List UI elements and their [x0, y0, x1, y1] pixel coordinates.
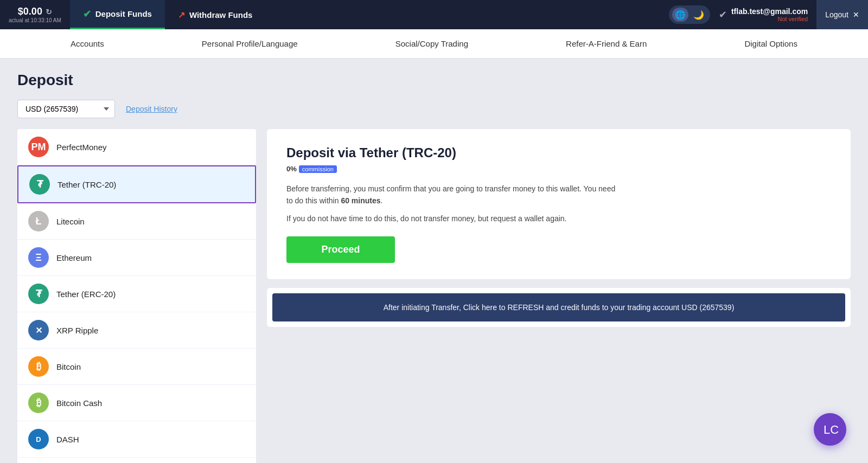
balance-display: $0.00 ↻ actual at 10:33:10 AM	[0, 6, 70, 23]
content-row: PM PerfectMoney ₮ Tether (TRC-20) Ł Lite…	[17, 129, 851, 463]
tether-erc-icon: ₮	[28, 284, 49, 304]
commission-label: commission	[299, 165, 337, 173]
commission-pct: 0%	[286, 165, 297, 173]
perfect-money-label: PerfectMoney	[56, 143, 107, 152]
xrp-icon: ✕	[28, 320, 49, 340]
withdraw-funds-label: Withdraw Funds	[189, 10, 253, 20]
sidebar-item-tether-erc20[interactable]: ₮ Tether (ERC-20)	[17, 276, 256, 312]
light-theme-btn[interactable]: 🌐	[672, 8, 688, 22]
account-selector[interactable]: USD (2657539)	[17, 100, 115, 118]
ethereum-label: Ethereum	[56, 253, 92, 262]
litecoin-label: Litecoin	[56, 217, 85, 226]
logout-button[interactable]: Logout ✕	[816, 0, 868, 29]
sidebar-item-dash[interactable]: D DASH	[17, 421, 256, 458]
proceed-button[interactable]: Proceed	[286, 236, 395, 263]
refresh-icon[interactable]: ↻	[46, 8, 52, 16]
user-email: tflab.test@gmail.com	[731, 7, 808, 16]
verified-check-icon: ✔	[719, 9, 727, 21]
nav-digital-options[interactable]: Digital Options	[733, 29, 808, 58]
deposit-info-note: If you do not have time to do this, do n…	[286, 213, 623, 224]
chat-fab-button[interactable]: LC	[814, 413, 846, 446]
withdraw-arrow-icon: ↗	[178, 10, 185, 20]
bitcoin-cash-label: Bitcoin Cash	[56, 398, 102, 408]
time-highlight: 60 minutes	[341, 196, 380, 205]
bitcoin-label: Bitcoin	[56, 362, 81, 371]
balance-time: actual at 10:33:10 AM	[9, 17, 61, 23]
litecoin-icon: Ł	[28, 211, 49, 232]
deposit-funds-tab[interactable]: ✔ Deposit Funds	[70, 0, 165, 29]
deposit-check-icon: ✔	[83, 8, 91, 20]
tether-erc-label: Tether (ERC-20)	[56, 290, 116, 299]
sidebar-item-bitcoin-cash[interactable]: ₿ Bitcoin Cash	[17, 385, 256, 421]
page-content: Deposit USD (2657539) Deposit History PM…	[0, 59, 868, 463]
commission-badge: 0% commission	[286, 165, 337, 173]
sidebar-item-tether-trc20[interactable]: ₮ Tether (TRC-20)	[17, 165, 256, 203]
balance-amount: $0.00	[18, 6, 42, 17]
sidebar-item-xrp[interactable]: ✕ XRP Ripple	[17, 312, 256, 349]
theme-switcher: 🌐 🌙	[669, 5, 710, 24]
dash-label: DASH	[56, 435, 79, 444]
deposit-details-card: Deposit via Tether (TRC-20) 0% commissio…	[267, 129, 851, 279]
tether-trc-icon: ₮	[29, 174, 50, 195]
refresh-card: After initiating Transfer, Click here to…	[267, 288, 851, 327]
payment-methods-sidebar: PM PerfectMoney ₮ Tether (TRC-20) Ł Lite…	[17, 129, 256, 463]
deposit-history-link[interactable]: Deposit History	[126, 105, 177, 113]
dark-theme-btn[interactable]: 🌙	[691, 8, 707, 22]
right-panel: Deposit via Tether (TRC-20) 0% commissio…	[267, 129, 851, 463]
tether-trc-label: Tether (TRC-20)	[58, 180, 116, 189]
topbar: $0.00 ↻ actual at 10:33:10 AM ✔ Deposit …	[0, 0, 868, 29]
perfect-money-icon: PM	[28, 137, 49, 157]
sidebar-item-perfect-money[interactable]: PM PerfectMoney	[17, 129, 256, 165]
nav-social[interactable]: Social/Copy Trading	[385, 29, 479, 58]
account-row: USD (2657539) Deposit History	[17, 100, 851, 118]
withdraw-funds-tab[interactable]: ↗ Withdraw Funds	[165, 0, 266, 29]
sidebar-item-ethereum[interactable]: Ξ Ethereum	[17, 240, 256, 276]
sidebar-item-bank[interactable]: 🏛 Bank Cards/Transfer	[17, 458, 256, 463]
deposit-funds-label: Deposit Funds	[95, 9, 152, 18]
nav-refer[interactable]: Refer-A-Friend & Earn	[555, 29, 658, 58]
sidebar-item-litecoin[interactable]: Ł Litecoin	[17, 203, 256, 240]
deposit-card-title: Deposit via Tether (TRC-20)	[286, 145, 831, 160]
bitcoin-icon: ₿	[28, 356, 49, 377]
user-info: tflab.test@gmail.com Not verified	[731, 7, 808, 22]
page-title: Deposit	[17, 72, 851, 89]
bitcoin-cash-icon: ₿	[28, 393, 49, 413]
deposit-info-text: Before transferring, you must confirm th…	[286, 183, 623, 207]
nav-profile[interactable]: Personal Profile/Language	[191, 29, 309, 58]
dash-icon: D	[28, 429, 49, 449]
logout-label: Logout	[825, 10, 848, 19]
close-icon: ✕	[853, 10, 859, 19]
verified-status: Not verified	[778, 16, 808, 22]
refresh-button[interactable]: After initiating Transfer, Click here to…	[272, 293, 845, 321]
sidebar-item-bitcoin[interactable]: ₿ Bitcoin	[17, 349, 256, 385]
xrp-label: XRP Ripple	[56, 326, 98, 335]
nav-accounts[interactable]: Accounts	[60, 29, 115, 58]
main-nav: Accounts Personal Profile/Language Socia…	[0, 29, 868, 59]
ethereum-icon: Ξ	[28, 247, 49, 268]
svg-text:LC: LC	[824, 423, 839, 436]
